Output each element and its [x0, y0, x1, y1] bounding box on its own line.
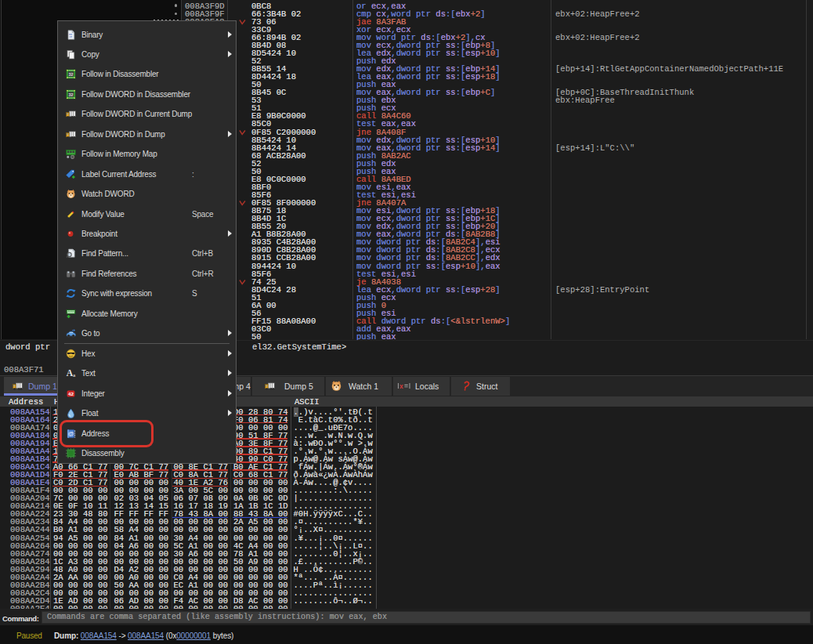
svg-text:@: @	[70, 155, 74, 159]
svg-text:x: x	[399, 382, 403, 390]
svg-text:a: a	[73, 372, 76, 378]
svg-text:10: 10	[69, 35, 72, 38]
svg-text:32: 32	[69, 72, 74, 77]
svg-text:42: 42	[68, 391, 74, 396]
svg-text:32: 32	[69, 92, 74, 96]
